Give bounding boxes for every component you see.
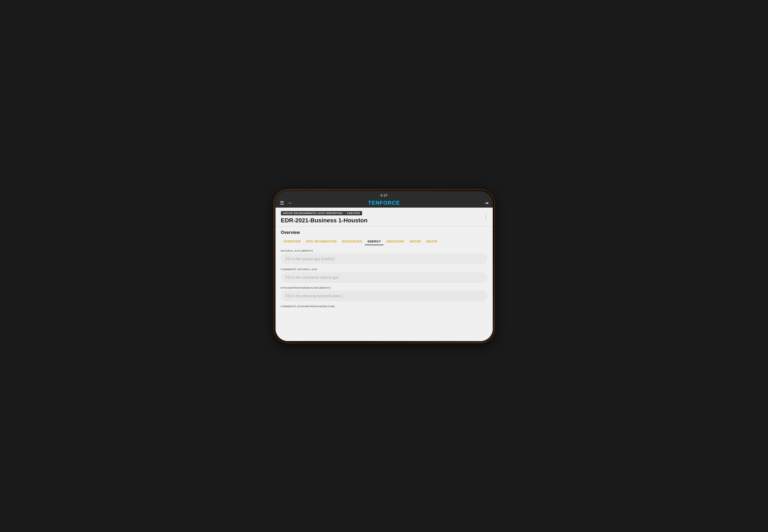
tab-water[interactable]: WATER (407, 238, 424, 245)
more-menu-button[interactable]: ⋮ (483, 214, 488, 220)
natural-gas-input[interactable] (281, 254, 487, 264)
tabs-container: OVERVIEW SITE INFORMATION RESOURCES ENER… (276, 238, 493, 245)
overview-section: Overview (276, 226, 493, 238)
tab-site-information[interactable]: SITE INFORMATION (303, 238, 339, 245)
overview-heading: Overview (281, 230, 487, 235)
page-header: GROUP ENVIRONMENTAL DATA REPORTING · · C… (276, 208, 493, 226)
nav-bar: ☰ ← TENFORCE ⇥ (276, 198, 493, 208)
form-content: NATURAL GAS [MWH/Y] COMMENTS NATURAL GAS… (276, 245, 493, 341)
page-title: EDR-2021-Business 1-Houston (281, 217, 487, 224)
natural-gas-label: NATURAL GAS [MWH/Y] (281, 249, 487, 252)
app-logo-title: TENFORCE (368, 200, 400, 206)
breadcrumb: GROUP ENVIRONMENTAL DATA REPORTING · · C… (281, 211, 362, 215)
comments-natural-gas-field: COMMENTS NATURAL GAS (281, 268, 487, 283)
nav-left-controls: ☰ ← (280, 201, 293, 205)
tab-waste[interactable]: WASTE (424, 238, 440, 245)
tab-resources[interactable]: RESOURCES (339, 238, 365, 245)
tab-energy[interactable]: ENERGY (365, 238, 384, 245)
tab-overview[interactable]: OVERVIEW (281, 238, 304, 245)
ethane-propane-butane-field: ETHANE/PROPANE/BUTANE [MWH/Y] (281, 287, 487, 301)
comments-natural-gas-input[interactable] (281, 272, 487, 283)
phone-device: 4:37 ☰ ← TENFORCE ⇥ GROUP ENVIRONMENTAL … (274, 190, 494, 343)
comments-ethane-field: COMMENTS ETHANE/PROPANE/BUTANE (281, 305, 487, 308)
tab-emissions[interactable]: EMISSIONS (384, 238, 407, 245)
phone-screen: 4:37 ☰ ← TENFORCE ⇥ GROUP ENVIRONMENTAL … (276, 191, 493, 341)
ethane-propane-butane-input[interactable] (281, 291, 487, 301)
back-arrow-icon[interactable]: ← (288, 201, 293, 205)
status-bar: 4:37 (276, 191, 493, 198)
comments-natural-gas-label: COMMENTS NATURAL GAS (281, 268, 487, 271)
nav-right-controls: ⇥ (484, 200, 488, 206)
comments-ethane-label: COMMENTS ETHANE/PROPANE/BUTANE (281, 305, 487, 308)
status-time: 4:37 (380, 193, 388, 197)
natural-gas-field: NATURAL GAS [MWH/Y] (281, 249, 487, 264)
logout-icon[interactable]: ⇥ (484, 200, 488, 206)
hamburger-menu-icon[interactable]: ☰ (280, 201, 284, 205)
ethane-propane-butane-label: ETHANE/PROPANE/BUTANE [MWH/Y] (281, 287, 487, 289)
content-area: GROUP ENVIRONMENTAL DATA REPORTING · · C… (276, 208, 493, 341)
